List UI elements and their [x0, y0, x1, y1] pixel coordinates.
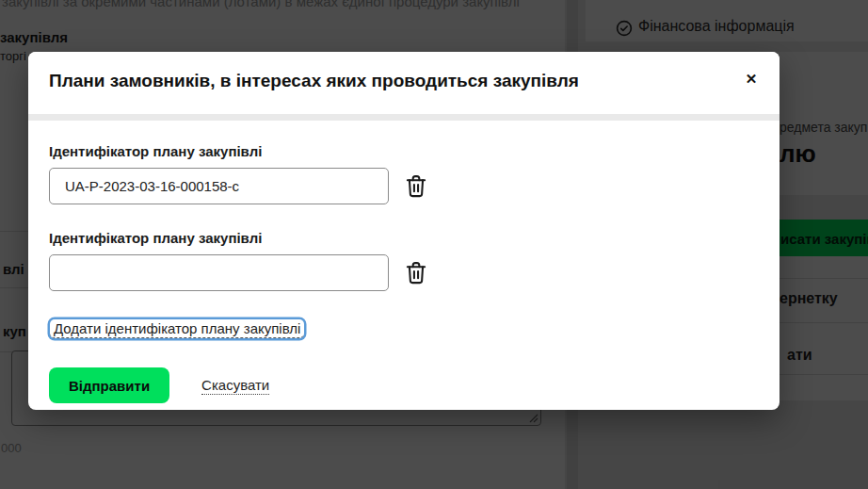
- plan-id-label-1: Ідентифікатор плану закупівлі: [49, 143, 759, 159]
- close-icon[interactable]: ✕: [740, 68, 763, 90]
- modal-body: Ідентифікатор плану закупівлі Ідентифіка…: [28, 121, 780, 403]
- cancel-link[interactable]: Скасувати: [201, 376, 269, 395]
- modal-title: Плани замовників, в інтересах яких прово…: [49, 71, 579, 91]
- add-plan-id-link[interactable]: Додати ідентифікатор плану закупівлі: [50, 319, 304, 338]
- plan-id-input-1[interactable]: [49, 168, 389, 204]
- trash-icon: [404, 173, 428, 199]
- plan-id-row-2: [49, 254, 759, 291]
- plan-id-row-1: [49, 168, 759, 204]
- plan-id-label-2: Ідентифікатор плану закупівлі: [49, 230, 759, 246]
- modal-header: Плани замовників, в інтересах яких прово…: [28, 52, 780, 121]
- plans-modal: Плани замовників, в інтересах яких прово…: [28, 52, 780, 410]
- plan-id-input-2[interactable]: [49, 254, 389, 291]
- delete-plan-id-button-1[interactable]: [403, 173, 428, 200]
- modal-actions: Відправити Скасувати: [49, 367, 759, 403]
- delete-plan-id-button-2[interactable]: [403, 260, 428, 286]
- submit-button[interactable]: Відправити: [49, 367, 169, 403]
- trash-icon: [404, 260, 428, 285]
